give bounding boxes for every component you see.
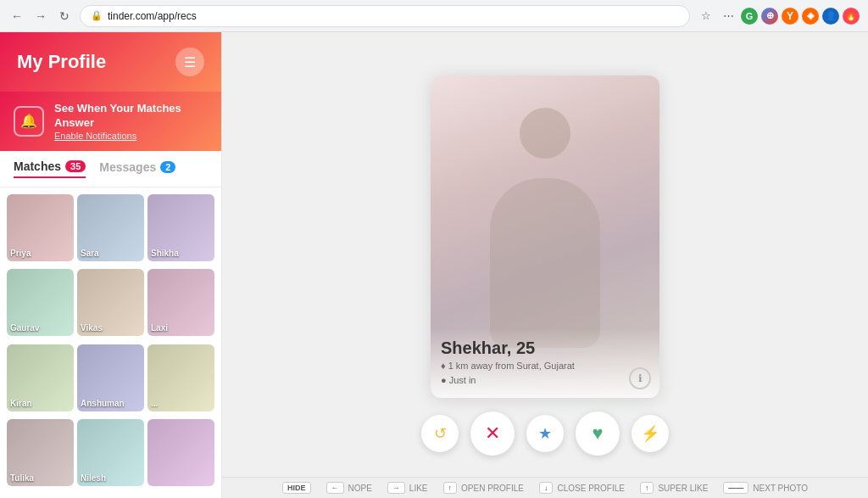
match-thumb[interactable]: Kiran	[7, 344, 74, 411]
shortcut-next-photo: —— NEXT PHOTO	[723, 482, 808, 494]
shortcut-hide: HIDE	[282, 482, 311, 494]
matches-label: Matches	[14, 159, 61, 173]
refresh-button[interactable]: ↻	[56, 8, 73, 25]
match-name-label: Shikha	[151, 249, 179, 258]
match-name-label: Sara	[81, 249, 99, 258]
match-name-label: Tulika	[10, 473, 34, 483]
match-thumb[interactable]: Vikas	[77, 269, 144, 336]
like-button[interactable]: ♥	[576, 411, 620, 456]
match-name-label: Kiran	[10, 399, 32, 408]
boost-button[interactable]: ⚡	[632, 415, 669, 452]
match-thumb[interactable]: Priya	[7, 194, 74, 261]
notification-bell-icon: 🔔	[14, 106, 44, 137]
match-thumb[interactable]: Laxi	[147, 269, 214, 336]
shortcut-super-like: ↑ SUPER LIKE	[640, 482, 708, 494]
shortcut-super-label: SUPER LIKE	[658, 484, 708, 493]
enable-notifications-link[interactable]: Enable Notifications	[54, 131, 208, 141]
shortcut-like: → LIKE	[387, 482, 428, 494]
match-thumb[interactable]: Gaurav	[7, 269, 74, 336]
address-bar[interactable]: 🔒 tinder.com/app/recs	[80, 5, 690, 27]
back-button[interactable]: ←	[8, 8, 25, 25]
ext-fire-icon[interactable]: 🔥	[843, 8, 860, 25]
messages-label: Messages	[99, 160, 156, 174]
browser-chrome: ← → ↻ 🔒 tinder.com/app/recs ☆ ⋯ G ⊕ Y ◈ …	[0, 0, 868, 32]
match-name-label: Vikas	[81, 323, 103, 333]
match-name-label: Priya	[10, 249, 31, 258]
card-detail-status: ● Just in	[441, 374, 649, 387]
matches-grid: PriyaSaraShikhaGauravVikasLaxiKiranAnshu…	[0, 187, 221, 498]
tab-matches[interactable]: Matches 35	[14, 159, 86, 178]
notification-banner: 🔔 See When Your Matches Answer Enable No…	[0, 92, 221, 151]
shortcut-close-profile: ↓ CLOSE PROFILE	[539, 482, 625, 494]
card-info-button[interactable]: ℹ	[629, 367, 651, 389]
card-area: Shekhar, 25 ♦ 1 km away from Surat, Guja…	[421, 76, 669, 456]
shortcut-nope: ← NOPE	[326, 482, 372, 494]
card-info: Shekhar, 25 ♦ 1 km away from Surat, Guja…	[431, 328, 659, 398]
ext-multi-icon[interactable]: ⊕	[761, 8, 778, 25]
ext-y-icon[interactable]: Y	[782, 8, 798, 25]
matches-badge: 35	[65, 160, 86, 172]
bookmark-button[interactable]: ☆	[697, 7, 715, 25]
ext-green-icon[interactable]: G	[741, 8, 758, 25]
key-close-down: ↓	[539, 482, 554, 494]
shortcut-like-label: LIKE	[409, 484, 428, 493]
match-thumb[interactable]: Sara	[77, 194, 144, 261]
tabs-row: Matches 35 Messages 2	[0, 151, 221, 187]
match-name-label: Anshuman	[81, 399, 125, 408]
rewind-button[interactable]: ↺	[421, 415, 459, 452]
app-body: My Profile ☰ 🔔 See When Your Matches Ans…	[0, 32, 868, 498]
shortcut-open-label: OPEN PROFILE	[461, 484, 524, 493]
key-nope-arrow: ←	[326, 482, 344, 494]
key-hide: HIDE	[282, 482, 311, 494]
key-super-up: ↑	[640, 482, 654, 494]
profile-title: My Profile	[17, 51, 106, 73]
messages-badge: 2	[160, 161, 175, 173]
browser-actions: ☆ ⋯ G ⊕ Y ◈ 👤 🔥	[697, 7, 860, 25]
match-thumb[interactable]: Anshuman	[77, 344, 144, 411]
ext-orange-icon[interactable]: ◈	[802, 8, 819, 25]
key-next-arrow: ——	[723, 482, 748, 494]
key-like-arrow: →	[387, 482, 405, 494]
lock-icon: 🔒	[91, 10, 103, 21]
card-name: Shekhar, 25	[441, 339, 649, 358]
card-detail-location: ♦ 1 km away from Surat, Gujarat	[441, 360, 649, 372]
main-content: Shekhar, 25 ♦ 1 km away from Surat, Guja…	[222, 32, 868, 498]
profile-avatar[interactable]: 👤	[822, 8, 839, 25]
extensions-button[interactable]: ⋯	[719, 7, 737, 25]
key-open-up: ↑	[443, 482, 458, 494]
match-name-label: Gaurav	[10, 323, 39, 333]
match-name-label: ...	[151, 399, 158, 408]
match-thumb[interactable]	[147, 419, 214, 486]
shortcut-next-label: NEXT PHOTO	[753, 484, 808, 493]
superlike-button[interactable]: ★	[526, 415, 564, 452]
shortcuts-bar: HIDE ← NOPE → LIKE ↑ OPEN PROFILE ↓ CLOS…	[222, 477, 868, 498]
profile-header: My Profile ☰	[0, 32, 221, 92]
shortcut-close-label: CLOSE PROFILE	[557, 484, 624, 493]
forward-button[interactable]: →	[32, 8, 49, 25]
action-buttons: ↺ ✕ ★ ♥ ⚡	[421, 411, 669, 456]
match-thumb[interactable]: Shikha	[147, 194, 214, 261]
settings-icon: ☰	[184, 54, 196, 70]
match-name-label: Laxi	[151, 323, 168, 333]
tab-messages[interactable]: Messages 2	[99, 160, 175, 177]
match-thumb[interactable]: Nilesh	[77, 419, 144, 486]
notification-text: See When Your Matches Answer Enable Noti…	[54, 102, 208, 141]
match-thumb[interactable]: ...	[147, 344, 214, 411]
url-text: tinder.com/app/recs	[108, 10, 197, 22]
profile-card[interactable]: Shekhar, 25 ♦ 1 km away from Surat, Guja…	[431, 76, 659, 398]
shortcut-open-profile: ↑ OPEN PROFILE	[443, 482, 524, 494]
notification-title: See When Your Matches Answer	[54, 102, 208, 131]
match-thumb[interactable]: Tulika	[7, 419, 74, 486]
sidebar: My Profile ☰ 🔔 See When Your Matches Ans…	[0, 32, 222, 498]
shortcut-nope-label: NOPE	[348, 484, 372, 493]
nope-button[interactable]: ✕	[470, 411, 515, 456]
profile-settings-button[interactable]: ☰	[175, 48, 204, 76]
match-name-label: Nilesh	[81, 473, 106, 483]
